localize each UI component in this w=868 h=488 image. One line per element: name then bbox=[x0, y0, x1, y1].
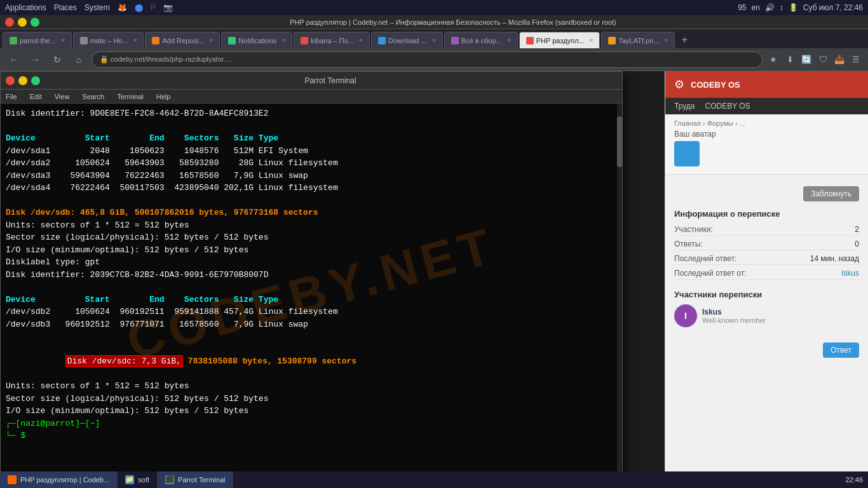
window-max-btn[interactable] bbox=[31, 18, 39, 27]
tab-close-vsebor[interactable]: × bbox=[507, 37, 511, 44]
tab-download[interactable]: Download ... × bbox=[371, 32, 443, 48]
terminal-line-sdc-units: Units: sectors of 1 * 512 = 512 bytes bbox=[6, 380, 617, 393]
terminal-menu-file[interactable]: File bbox=[3, 92, 20, 102]
home-button[interactable]: ⌂ bbox=[70, 51, 88, 69]
pocket-icon[interactable]: 📥 bbox=[832, 53, 846, 67]
tab-close-addrepo[interactable]: × bbox=[210, 37, 214, 44]
tab-close-mate[interactable]: × bbox=[133, 37, 137, 44]
terminal-line-diskid: Disk identifier: 9D0E8E7E-F2C8-4642-B72D… bbox=[6, 107, 617, 120]
reply-area: Ответ bbox=[674, 337, 859, 358]
sync-icon[interactable]: 🔄 bbox=[799, 53, 813, 67]
terminal-max-btn[interactable] bbox=[31, 76, 40, 85]
nav-icons: ★ ⬇ 🔄 🛡 📥 ☰ bbox=[766, 53, 863, 67]
nav-truda[interactable]: Труда bbox=[674, 102, 695, 111]
tabs-bar: parrot-the... × mate – Ho... × Add Repos… bbox=[0, 29, 868, 48]
tab-notifications[interactable]: Notifications × bbox=[221, 32, 292, 48]
terminal-line-sdb-io: I/O size (minimum/optimal): 512 bytes / … bbox=[6, 244, 617, 257]
menu-icon[interactable]: ☰ bbox=[849, 53, 863, 67]
forward-button[interactable]: → bbox=[27, 51, 44, 69]
right-panel-header: ⚙ CODEBY OS bbox=[665, 71, 868, 98]
camera-icon: 📷 bbox=[163, 3, 173, 12]
conversation-info: Информация о переписке Участники: 2 Отве… bbox=[674, 209, 859, 280]
terminal-line-prompt1: ┌─[nazi@parrot]─[~] bbox=[6, 417, 617, 430]
address-bar[interactable]: 🔒 codeby.net/threads/php-razduplyator...… bbox=[92, 51, 763, 68]
reload-button[interactable]: ↻ bbox=[48, 51, 66, 69]
terminal-line-sda4: /dev/sda4 76222464 500117503 423895040 2… bbox=[6, 182, 617, 194]
tab-kibana[interactable]: kibana – По... × bbox=[294, 32, 370, 48]
tab-php[interactable]: PHP раздупл... × bbox=[519, 32, 600, 48]
tab-label-notifications: Notifications bbox=[238, 37, 276, 44]
taskbar-browser[interactable]: PHP раздуплятор | Codeb... bbox=[0, 471, 118, 488]
window-min-btn[interactable] bbox=[18, 18, 27, 27]
taskbar-clock: 22:46 bbox=[845, 476, 863, 484]
places-menu[interactable]: Places bbox=[54, 3, 77, 12]
lock-button[interactable]: Заблокнуть bbox=[803, 186, 859, 201]
terminal-line-blank1 bbox=[6, 120, 617, 133]
taskbar-folder[interactable]: 📁 soft bbox=[118, 471, 158, 488]
system-menu[interactable]: System bbox=[85, 3, 110, 12]
phpstorm-icon: P bbox=[151, 3, 156, 12]
last-reply-from-label: Последний ответ от: bbox=[674, 269, 747, 278]
shield-icon[interactable]: 🛡 bbox=[816, 53, 830, 67]
right-panel-nav: Труда CODEBY OS bbox=[665, 98, 868, 114]
app-menu[interactable]: Applications bbox=[5, 3, 46, 12]
volume-icon[interactable]: 🔊 bbox=[765, 3, 775, 12]
tab-favicon-mate bbox=[80, 37, 88, 44]
terminal-line-sdb-header: Disk /dev/sdb: 465,8 GiB, 500107862016 b… bbox=[6, 207, 617, 219]
member-role-iskus: Well-known member bbox=[702, 316, 766, 324]
tab-taylat[interactable]: TayLATf.pn... × bbox=[601, 32, 675, 48]
taskbar-terminal-label: Parrot Terminal bbox=[178, 476, 225, 484]
tab-mate[interactable]: mate – Ho... × bbox=[73, 32, 144, 48]
terminal-line-blank4 bbox=[6, 330, 617, 343]
tab-parrot[interactable]: parrot-the... × bbox=[3, 32, 72, 48]
window-close-btn[interactable] bbox=[5, 18, 14, 27]
terminal-menu-search[interactable]: Search bbox=[79, 92, 107, 102]
nav-codeby[interactable]: CODEBY OS bbox=[705, 102, 750, 111]
taskbar-terminal[interactable]: ⬛ Parrot Terminal bbox=[158, 471, 233, 488]
terminal-line-sdb-label: Disklabel type: gpt bbox=[6, 256, 617, 269]
reply-button[interactable]: Ответ bbox=[823, 342, 859, 358]
last-reply-from-val[interactable]: Iskus bbox=[841, 269, 859, 278]
taskbar-browser-icon bbox=[8, 475, 17, 484]
bookmark-icon[interactable]: ★ bbox=[766, 53, 780, 67]
member-name-iskus[interactable]: Iskus bbox=[702, 308, 766, 316]
terminal-menu-terminal[interactable]: Terminal bbox=[114, 92, 146, 102]
terminal-min-btn[interactable] bbox=[18, 76, 27, 85]
tab-addrepo[interactable]: Add Reposi... × bbox=[145, 32, 220, 48]
tab-close-download[interactable]: × bbox=[432, 37, 436, 44]
tab-close-kibana[interactable]: × bbox=[359, 37, 363, 44]
tab-label-taylat: TayLATf.pn... bbox=[618, 37, 659, 44]
lock-area: Заблокнуть bbox=[674, 181, 859, 201]
tab-label-kibana: kibana – По... bbox=[311, 37, 354, 44]
network-icon[interactable]: ↕ bbox=[780, 3, 783, 12]
taskbar-folder-icon: 📁 bbox=[125, 475, 134, 484]
system-bar-left: Applications Places System 🦊 ⬤ P 📷 bbox=[5, 3, 173, 12]
new-tab-button[interactable]: + bbox=[676, 32, 693, 48]
tab-vsebor[interactable]: Всё в сбор... × bbox=[444, 32, 518, 48]
terminal-line-blank2 bbox=[6, 194, 617, 207]
terminal-scrollbar-thumb[interactable] bbox=[617, 116, 622, 167]
terminal-line-sdb-id: Disk identifier: 2039C7CB-82B2-4DA3-9091… bbox=[6, 269, 617, 281]
terminal-titlebar: Parrot Terminal bbox=[1, 72, 622, 90]
tab-close-parrot[interactable]: × bbox=[61, 37, 65, 44]
member-avatar-iskus: I bbox=[674, 304, 697, 327]
terminal-body[interactable]: CODEBY.NET Disk identifier: 9D0E8E7E-F2C… bbox=[1, 104, 622, 484]
tab-close-php[interactable]: × bbox=[590, 37, 593, 44]
terminal-line-sdb2: /dev/sdb2 1050624 960192511 959141888 45… bbox=[6, 306, 617, 318]
terminal-menu-edit[interactable]: Edit bbox=[27, 92, 44, 102]
battery-icon[interactable]: 🔋 bbox=[789, 3, 798, 12]
terminal-menu-view[interactable]: View bbox=[52, 92, 72, 102]
back-button[interactable]: ← bbox=[5, 51, 23, 69]
terminal-line-header1: Device Start End Sectors Size Type bbox=[6, 132, 617, 145]
download-nav-icon[interactable]: ⬇ bbox=[783, 53, 797, 67]
tab-close-notifications[interactable]: × bbox=[281, 37, 285, 44]
tab-favicon-download bbox=[378, 37, 386, 44]
terminal-line-sda1: /dev/sda1 2048 1050623 1048576 512M EFI … bbox=[6, 145, 617, 158]
terminal-scrollbar[interactable] bbox=[617, 104, 622, 485]
terminal-line-sdc-io: I/O size (minimum/optimal): 512 bytes / … bbox=[6, 405, 617, 417]
tab-close-taylat[interactable]: × bbox=[664, 37, 668, 44]
taskbar-folder-label: soft bbox=[138, 476, 149, 484]
terminal-close-btn[interactable] bbox=[6, 76, 15, 85]
tab-favicon-notifications bbox=[228, 37, 236, 44]
terminal-menu-help[interactable]: Help bbox=[154, 92, 173, 102]
